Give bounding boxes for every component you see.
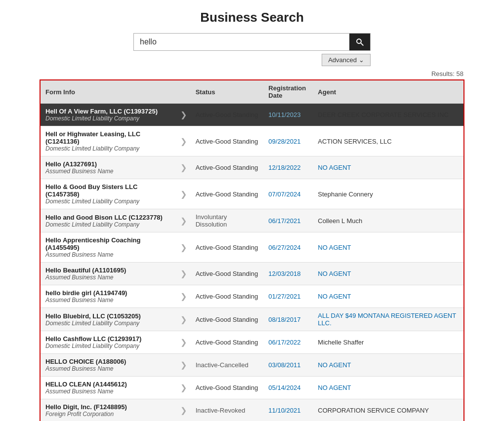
business-type: Domestic Limited Liability Company: [45, 198, 171, 205]
cell-status: Involuntary Dissolution: [191, 209, 264, 232]
search-button[interactable]: [349, 34, 370, 50]
row-arrow[interactable]: ❯: [176, 209, 191, 232]
business-name: hello birdie girl (A1194749): [45, 289, 171, 297]
cell-agent: Stephanie Connery: [313, 179, 464, 209]
cell-date: 10/11/2023: [263, 104, 313, 126]
cell-agent: NO AGENT: [313, 377, 464, 399]
cell-status: Inactive-Cancelled: [191, 354, 264, 377]
status-badge: Active-Good Standing: [196, 138, 258, 145]
table-row[interactable]: HELLO CHOICE (A188006)Assumed Business N…: [40, 354, 464, 377]
cell-agent: CORPORATION SERVICE COMPANY: [313, 399, 464, 421]
cell-agent: Michelle Shaffer: [313, 331, 464, 354]
row-arrow[interactable]: ❯: [176, 263, 191, 285]
search-area: Advanced ⌄: [40, 33, 464, 66]
table-row[interactable]: Hello (A1327691)Assumed Business Name❯Ac…: [40, 156, 464, 179]
table-header: Form Info Status RegistrationDate Agent: [40, 80, 464, 104]
table-row[interactable]: Hello & Good Buy Sisters LLC (C1457358)D…: [40, 179, 464, 209]
results-count: Results: 58: [40, 70, 464, 77]
row-arrow[interactable]: ❯: [176, 104, 191, 126]
cell-date: 06/27/2024: [263, 232, 313, 263]
row-arrow[interactable]: ❯: [176, 179, 191, 209]
row-arrow[interactable]: ❯: [176, 331, 191, 354]
agent-name: NO AGENT: [318, 270, 351, 277]
cell-form-info: Hello & Good Buy Sisters LLC (C1457358)D…: [40, 179, 176, 209]
business-name: Hello Apprenticeship Coaching (A1455495): [45, 236, 171, 251]
row-arrow[interactable]: ❯: [176, 399, 191, 421]
row-arrow[interactable]: ❯: [176, 308, 191, 331]
status-badge: Active-Good Standing: [196, 191, 258, 198]
status-badge: Active-Good Standing: [196, 244, 258, 251]
business-name: Hello and Good Bison LLC (C1223778): [45, 214, 171, 221]
row-arrow[interactable]: ❯: [176, 156, 191, 179]
business-name: Hello & Good Buy Sisters LLC (C1457358): [45, 183, 171, 198]
business-type: Assumed Business Name: [45, 297, 171, 304]
search-icon: [355, 38, 364, 46]
agent-name: NO AGENT: [318, 164, 351, 171]
cell-status: Inactive-Revoked: [191, 399, 264, 421]
cell-date: 06/17/2022: [263, 331, 313, 354]
cell-status: Active-Good Standing: [191, 377, 264, 399]
cell-date: 12/18/2022: [263, 156, 313, 179]
cell-form-info: Hello and Good Bison LLC (C1223778)Domes…: [40, 209, 176, 232]
status-badge: Active-Good Standing: [196, 270, 258, 277]
col-status: Status: [191, 80, 264, 104]
advanced-button[interactable]: Advanced ⌄: [322, 54, 371, 66]
status-badge: Active-Good Standing: [196, 339, 258, 346]
table-row[interactable]: HELLO CLEAN (A1445612)Assumed Business N…: [40, 377, 464, 399]
cell-form-info: Hello Bluebird, LLC (C1053205)Domestic L…: [40, 308, 176, 331]
results-table: Form Info Status RegistrationDate Agent …: [40, 79, 464, 421]
agent-name: Stephanie Connery: [318, 191, 373, 198]
table-row[interactable]: hello birdie girl (A1194749)Assumed Busi…: [40, 285, 464, 308]
table-row[interactable]: Hello Apprenticeship Coaching (A1455495)…: [40, 232, 464, 263]
cell-status: Active-Good Standing: [191, 263, 264, 285]
business-type: Assumed Business Name: [45, 251, 171, 258]
cell-date: 03/08/2011: [263, 354, 313, 377]
table-row[interactable]: Hello Beautiful (A1101695)Assumed Busine…: [40, 263, 464, 285]
agent-name: ACTION SERVICES, LLC: [318, 138, 391, 145]
table-body: Hell Of A View Farm, LLC (C1393725)Domes…: [40, 104, 464, 421]
table-row[interactable]: Hell Of A View Farm, LLC (C1393725)Domes…: [40, 104, 464, 126]
table-row[interactable]: Hello Bluebird, LLC (C1053205)Domestic L…: [40, 308, 464, 331]
table-row[interactable]: Hello Cashflow LLC (C1293917)Domestic Li…: [40, 331, 464, 354]
table-row[interactable]: Hell or Highwater Leasing, LLC (C1241136…: [40, 126, 464, 156]
row-arrow[interactable]: ❯: [176, 377, 191, 399]
row-arrow[interactable]: ❯: [176, 232, 191, 263]
cell-status: Active-Good Standing: [191, 308, 264, 331]
status-badge: Active-Good Standing: [196, 293, 258, 300]
business-name: Hell or Highwater Leasing, LLC (C1241136…: [45, 130, 171, 145]
table-row[interactable]: Hello Digit, Inc. (F1248895)Foreign Prof…: [40, 399, 464, 421]
status-badge: Active-Good Standing: [196, 384, 258, 391]
cell-status: Active-Good Standing: [191, 126, 264, 156]
business-type: Domestic Limited Liability Company: [45, 115, 171, 122]
row-arrow[interactable]: ❯: [176, 285, 191, 308]
cell-form-info: Hello (A1327691)Assumed Business Name: [40, 156, 176, 179]
business-name: Hello Digit, Inc. (F1248895): [45, 403, 171, 411]
cell-date: 11/10/2021: [263, 399, 313, 421]
agent-name: NO AGENT: [318, 293, 351, 300]
business-type: Assumed Business Name: [45, 388, 171, 395]
status-badge: Inactive-Cancelled: [196, 361, 249, 369]
cell-form-info: hello birdie girl (A1194749)Assumed Busi…: [40, 285, 176, 308]
agent-name: Colleen L Much: [318, 217, 362, 225]
business-type: Domestic Limited Liability Company: [45, 145, 171, 152]
cell-date: 08/18/2017: [263, 308, 313, 331]
business-name: HELLO CLEAN (A1445612): [45, 381, 171, 388]
cell-form-info: Hello Cashflow LLC (C1293917)Domestic Li…: [40, 331, 176, 354]
agent-name: NO AGENT: [318, 384, 351, 391]
cell-form-info: HELLO CHOICE (A188006)Assumed Business N…: [40, 354, 176, 377]
business-type: Assumed Business Name: [45, 168, 171, 175]
business-name: Hello Cashflow LLC (C1293917): [45, 335, 171, 343]
cell-agent: ACTION SERVICES, LLC: [313, 126, 464, 156]
row-arrow[interactable]: ❯: [176, 126, 191, 156]
search-input[interactable]: [134, 34, 349, 50]
agent-name: Michelle Shaffer: [318, 339, 364, 346]
cell-form-info: HELLO CLEAN (A1445612)Assumed Business N…: [40, 377, 176, 399]
row-arrow[interactable]: ❯: [176, 354, 191, 377]
business-name: Hello Beautiful (A1101695): [45, 267, 171, 274]
cell-agent: Colleen L Much: [313, 209, 464, 232]
table-row[interactable]: Hello and Good Bison LLC (C1223778)Domes…: [40, 209, 464, 232]
business-type: Domestic Limited Liability Company: [45, 320, 171, 327]
cell-date: 06/17/2021: [263, 209, 313, 232]
cell-agent: ALL DAY $49 MONTANA REGISTERED AGENT LLC…: [313, 308, 464, 331]
cell-form-info: Hello Beautiful (A1101695)Assumed Busine…: [40, 263, 176, 285]
